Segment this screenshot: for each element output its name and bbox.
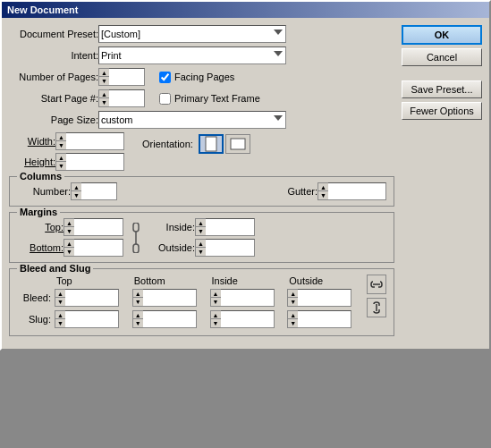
slug-inside-up[interactable]: ▲ [211, 311, 221, 319]
inside-down[interactable]: ▼ [196, 227, 206, 235]
landscape-button[interactable] [225, 134, 250, 154]
slug-bottom-input[interactable]: 0 in [143, 310, 197, 328]
col-header-inside: Inside [208, 275, 286, 287]
slug-inside-spinner: ▲ ▼ 0 in [210, 310, 284, 328]
slug-bottom-up[interactable]: ▲ [133, 311, 143, 319]
bleed-bottom-down[interactable]: ▼ [133, 298, 143, 306]
inside-margin-row: Inside: ▲ ▼ 0.5 in [148, 218, 255, 236]
primary-text-frame-checkbox[interactable] [159, 93, 171, 105]
bleed-top-input[interactable]: 0.125 in [65, 289, 119, 307]
margins-link-icon[interactable] [127, 222, 145, 254]
bleed-outside-up[interactable]: ▲ [288, 290, 298, 298]
title-bar: New Document [2, 2, 489, 18]
col-number-up[interactable]: ▲ [72, 183, 81, 191]
bottom-up[interactable]: ▲ [64, 240, 74, 248]
side-panel: OK Cancel Save Preset... Fewer Options [402, 25, 482, 342]
facing-pages-label: Facing Pages [174, 72, 234, 82]
height-down[interactable]: ▼ [56, 162, 66, 170]
width-up[interactable]: ▲ [56, 133, 66, 141]
bleed-outside-spinner: ▲ ▼ 0.125 in [287, 289, 361, 307]
start-page-down[interactable]: ▼ [99, 98, 109, 106]
outside-spinner: ▲ ▼ 0.5 in [195, 239, 255, 257]
intent-row: Intent: Print [9, 46, 394, 64]
col-number-input[interactable]: 1 [81, 182, 117, 200]
bleed-chain-button[interactable] [367, 275, 386, 294]
bleed-top-arrows: ▲ ▼ [55, 289, 65, 307]
slug-inside-input[interactable]: 0 in [221, 310, 275, 328]
bleed-outside-input[interactable]: 0.125 in [298, 289, 351, 307]
slug-outside-down[interactable]: ▼ [288, 319, 298, 327]
document-preset-select[interactable]: [Custom] [98, 25, 286, 43]
cancel-button[interactable]: Cancel [402, 48, 482, 66]
gutter-down[interactable]: ▼ [318, 191, 328, 199]
top-up[interactable]: ▲ [64, 219, 74, 227]
top-input[interactable]: 0.5 in [74, 218, 123, 236]
document-preset-row: Document Preset: [Custom] [9, 25, 394, 43]
inside-input[interactable]: 0.5 in [206, 218, 255, 236]
bleed-inside-input[interactable]: 0.125 in [221, 289, 275, 307]
bottom-down[interactable]: ▼ [64, 248, 74, 256]
bleed-bottom-input[interactable]: 0.125 in [143, 289, 197, 307]
col-number-down[interactable]: ▼ [72, 191, 81, 199]
height-input[interactable]: 3.5 in [66, 153, 124, 171]
slug-bottom-down[interactable]: ▼ [133, 319, 143, 327]
top-down[interactable]: ▼ [64, 227, 74, 235]
svg-rect-0 [206, 137, 216, 151]
bleed-inside-down[interactable]: ▼ [211, 298, 221, 306]
outside-label: Outside: [148, 242, 195, 253]
outside-up[interactable]: ▲ [196, 240, 206, 248]
slug-top-cell: ▲ ▼ 0 in [53, 309, 131, 330]
gutter-arrows: ▲ ▼ [317, 182, 328, 200]
slug-outside-up[interactable]: ▲ [288, 311, 298, 319]
bleed-bottom-up[interactable]: ▲ [133, 290, 143, 298]
height-arrows: ▲ ▼ [55, 153, 66, 171]
height-up[interactable]: ▲ [56, 154, 66, 162]
bleed-inside-up[interactable]: ▲ [211, 290, 221, 298]
outside-input[interactable]: 0.5 in [206, 239, 255, 257]
bleed-inside-spinner: ▲ ▼ 0.125 in [210, 289, 284, 307]
num-pages-spinner: ▲ ▼ 2 [98, 68, 145, 86]
inside-up[interactable]: ▲ [196, 219, 206, 227]
num-pages-up[interactable]: ▲ [99, 69, 109, 77]
bottom-margin-row: Bottom: ▲ ▼ 0.5 in [17, 239, 123, 257]
bottom-input[interactable]: 0.5 in [74, 239, 123, 257]
bleed-top-up[interactable]: ▲ [55, 290, 65, 298]
gutter-label: Gutter: [273, 186, 317, 197]
outside-down[interactable]: ▼ [196, 248, 206, 256]
slug-bottom-cell: ▲ ▼ 0 in [131, 309, 208, 330]
num-pages-input[interactable]: 2 [109, 68, 145, 86]
page-size-select[interactable]: custom [98, 111, 286, 129]
slug-chain-button[interactable] [367, 298, 386, 317]
gutter-input[interactable]: 0.1667 in [328, 182, 386, 200]
width-down[interactable]: ▼ [56, 141, 66, 149]
outside-margin-row: Outside: ▲ ▼ 0.5 in [148, 239, 255, 257]
slug-top-input[interactable]: 0 in [65, 310, 119, 328]
width-input[interactable]: 2 in [66, 132, 124, 150]
bleed-top-down[interactable]: ▼ [55, 298, 65, 306]
primary-text-frame-row: Primary Text Frame [159, 93, 260, 105]
save-preset-button[interactable]: Save Preset... [402, 80, 482, 98]
portrait-button[interactable] [199, 134, 224, 154]
bleed-outside-down[interactable]: ▼ [288, 298, 298, 306]
slug-outside-input[interactable]: 0 in [298, 310, 351, 328]
start-page-up[interactable]: ▲ [99, 90, 109, 98]
gutter-up[interactable]: ▲ [318, 183, 328, 191]
bottom-spinner: ▲ ▼ 0.5 in [63, 239, 123, 257]
bleed-bottom-spinner: ▲ ▼ 0.125 in [132, 289, 207, 307]
intent-select[interactable]: Print [98, 46, 286, 64]
slug-top-up[interactable]: ▲ [55, 311, 65, 319]
ok-button[interactable]: OK [402, 25, 482, 45]
inside-label: Inside: [148, 222, 195, 232]
outside-arrows: ▲ ▼ [195, 239, 206, 257]
bleed-top-cell: ▲ ▼ 0.125 in [53, 287, 131, 309]
bleed-row-label: Bleed: [17, 287, 53, 309]
slug-inside-down[interactable]: ▼ [211, 319, 221, 327]
slug-top-down[interactable]: ▼ [55, 319, 65, 327]
facing-pages-checkbox[interactable] [159, 72, 171, 83]
margins-section: Margins Top: ▲ ▼ 0.5 in [9, 212, 394, 263]
start-page-input[interactable]: 1 [109, 89, 145, 107]
main-panel: Document Preset: [Custom] Intent: Print … [9, 25, 394, 342]
num-pages-down[interactable]: ▼ [99, 77, 109, 85]
fewer-options-button[interactable]: Fewer Options [402, 102, 482, 120]
svg-rect-2 [133, 223, 139, 232]
